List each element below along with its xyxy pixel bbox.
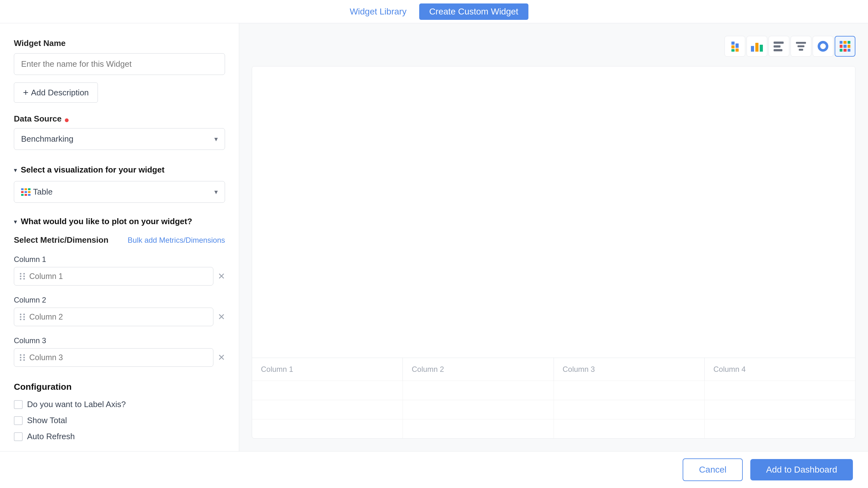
preview-cell [554, 381, 705, 400]
column1-input[interactable] [29, 272, 208, 281]
show-total-checkbox[interactable] [14, 416, 23, 425]
donut-icon [818, 41, 828, 52]
data-source-section: Data Source Benchmarking ▾ [14, 114, 225, 150]
preview-cell [252, 419, 403, 438]
preview-cell [705, 419, 855, 438]
required-indicator [65, 118, 69, 122]
preview-row-1 [252, 380, 855, 400]
preview-cell [705, 381, 855, 400]
viz-chevron-icon: ▾ [214, 188, 218, 196]
chart-type-toolbar [252, 36, 856, 57]
show-total-text: Show Total [27, 416, 67, 425]
column3-close-icon[interactable]: ✕ [218, 352, 225, 363]
preview-col-1: Column 1 [252, 358, 403, 380]
widget-name-input[interactable] [14, 53, 225, 75]
data-source-value: Benchmarking [21, 134, 73, 144]
preview-cell [252, 381, 403, 400]
column1-input-wrap[interactable] [14, 267, 213, 285]
preview-cell [403, 400, 554, 419]
add-description-button[interactable]: + Add Description [14, 83, 98, 103]
preview-col-2: Column 2 [403, 358, 554, 380]
add-description-label: Add Description [31, 88, 89, 98]
right-panel: Column 1 Column 2 Column 3 Column 4 [239, 23, 868, 451]
left-panel: Widget Name + Add Description Data Sourc… [0, 23, 239, 451]
preview-cell [554, 419, 705, 438]
plot-header: ▾ What would you like to plot on your wi… [14, 217, 225, 226]
column3-input-wrap[interactable] [14, 348, 213, 367]
plot-section-label: What would you like to plot on your widg… [21, 217, 192, 226]
donut-button[interactable] [813, 36, 833, 57]
data-source-select[interactable]: Benchmarking ▾ [14, 128, 225, 150]
plus-icon: + [23, 87, 29, 98]
preview-col-4: Column 4 [705, 358, 855, 380]
column1-close-icon[interactable]: ✕ [218, 271, 225, 281]
preview-cell [252, 400, 403, 419]
filter-button[interactable] [790, 36, 811, 57]
plot-collapse-icon[interactable]: ▾ [14, 218, 17, 225]
column2-label: Column 2 [14, 296, 225, 304]
label-axis-row: Do you want to Label Axis? [14, 399, 225, 409]
data-source-label: Data Source [14, 114, 62, 123]
table-grid-icon [840, 41, 850, 52]
viz-select-wrap: Table ▾ [14, 181, 225, 203]
cancel-button[interactable]: Cancel [683, 458, 743, 481]
viz-type-select[interactable]: Table ▾ [14, 181, 225, 203]
table-button[interactable] [835, 36, 856, 57]
column3-label: Column 3 [14, 336, 225, 345]
preview-table-header: Column 1 Column 2 Column 3 Column 4 [252, 358, 855, 380]
preview-cell [705, 400, 855, 419]
auto-refresh-row: Auto Refresh [14, 432, 225, 441]
stacked-bar-button[interactable] [724, 36, 745, 57]
metric-dimension-label: Select Metric/Dimension [14, 235, 108, 245]
viz-section-label: Select a visualization for your widget [21, 165, 164, 175]
viz-selected-label: Table [33, 187, 53, 197]
preview-area: Column 1 Column 2 Column 3 Column 4 [252, 66, 856, 438]
column2-input[interactable] [29, 312, 208, 322]
label-axis-text: Do you want to Label Axis? [27, 399, 126, 409]
preview-col-3: Column 3 [554, 358, 705, 380]
bar-chart-icon [751, 41, 763, 52]
filter-icon [796, 42, 806, 51]
preview-row-3 [252, 419, 855, 438]
drag-handle-icon [20, 313, 26, 321]
add-to-dashboard-button[interactable]: Add to Dashboard [750, 459, 853, 481]
column2-row: ✕ [14, 308, 225, 326]
drag-handle-icon [20, 273, 26, 280]
preview-cell [403, 419, 554, 438]
horizontal-bar-icon [774, 41, 784, 51]
plot-section: ▾ What would you like to plot on your wi… [14, 217, 225, 367]
preview-row-2 [252, 400, 855, 419]
widget-library-tab[interactable]: Widget Library [340, 3, 417, 20]
top-nav: Widget Library Create Custom Widget [0, 0, 868, 23]
auto-refresh-checkbox[interactable] [14, 432, 23, 441]
config-label: Configuration [14, 382, 225, 392]
drag-handle-icon [20, 354, 26, 361]
preview-cell [554, 400, 705, 419]
bar-chart-button[interactable] [746, 36, 767, 57]
stacked-bar-icon [732, 41, 739, 52]
auto-refresh-text: Auto Refresh [27, 432, 75, 441]
widget-name-label: Widget Name [14, 38, 225, 48]
collapse-icon[interactable]: ▾ [14, 166, 17, 174]
bottom-actions: Cancel Add to Dashboard [0, 451, 868, 488]
label-axis-checkbox[interactable] [14, 400, 23, 409]
create-custom-tab[interactable]: Create Custom Widget [419, 3, 528, 20]
plot-section-header: ▾ What would you like to plot on your wi… [14, 217, 192, 226]
column2-close-icon[interactable]: ✕ [218, 312, 225, 322]
preview-empty-space [252, 66, 855, 358]
config-section: Configuration Do you want to Label Axis?… [14, 382, 225, 441]
viz-section-header: ▾ Select a visualization for your widget [14, 165, 225, 175]
show-total-row: Show Total [14, 416, 225, 425]
column1-row: ✕ [14, 267, 225, 285]
table-viz-icon: Table [21, 187, 53, 197]
column1-label: Column 1 [14, 255, 225, 264]
metric-dimension-row: Select Metric/Dimension Bulk add Metrics… [14, 235, 225, 245]
bulk-add-link[interactable]: Bulk add Metrics/Dimensions [128, 236, 225, 245]
horizontal-bar-button[interactable] [769, 36, 789, 57]
column3-row: ✕ [14, 348, 225, 367]
main-content: Widget Name + Add Description Data Sourc… [0, 23, 868, 451]
chevron-down-icon: ▾ [214, 135, 218, 143]
column2-input-wrap[interactable] [14, 308, 213, 326]
column3-input[interactable] [29, 353, 208, 362]
preview-cell [403, 381, 554, 400]
